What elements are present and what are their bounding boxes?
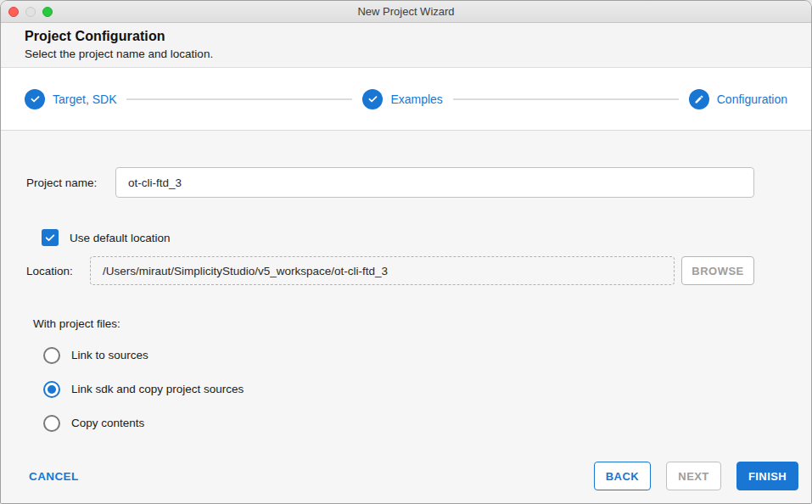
- step-examples[interactable]: Examples: [362, 89, 442, 109]
- radio-link-sdk-copy-sources[interactable]: Link sdk and copy project sources: [43, 380, 754, 398]
- wizard-content: Project name: ot-cli-ftd_3 Use default l…: [1, 131, 811, 456]
- step-target-sdk[interactable]: Target, SDK: [25, 89, 116, 109]
- radio-icon[interactable]: [43, 347, 60, 364]
- check-icon: [362, 89, 383, 109]
- step-label: Target, SDK: [53, 92, 116, 106]
- location-row: Location: /Users/miraut/SimplicityStudio…: [26, 256, 754, 285]
- step-label: Examples: [390, 92, 442, 106]
- radio-link-to-sources[interactable]: Link to sources: [43, 346, 754, 364]
- radio-label: Link to sources: [71, 349, 148, 361]
- page-subtitle: Select the project name and location.: [25, 48, 787, 60]
- wizard-stepper: Target, SDK Examples Configuration: [1, 68, 811, 131]
- cancel-button[interactable]: CANCEL: [29, 462, 79, 490]
- pencil-icon: [689, 89, 709, 109]
- location-value: /Users/miraut/SimplicityStudio/v5_worksp…: [103, 265, 388, 277]
- new-project-wizard-window: New Project Wizard Project Configuration…: [0, 0, 812, 504]
- titlebar: New Project Wizard: [1, 1, 811, 23]
- minimize-button-icon: [25, 7, 36, 17]
- radio-label: Copy contents: [71, 417, 144, 429]
- location-label: Location:: [26, 265, 90, 277]
- radio-icon[interactable]: [43, 415, 60, 432]
- finish-button[interactable]: FINISH: [736, 462, 798, 490]
- stepper-connector: [126, 98, 352, 100]
- with-project-files-group: With project files: Link to sources Link…: [26, 317, 754, 432]
- check-icon: [25, 89, 45, 109]
- window-title: New Project Wizard: [357, 5, 454, 18]
- project-name-row: Project name: ot-cli-ftd_3: [26, 167, 754, 198]
- browse-button: BROWSE: [681, 256, 754, 285]
- traffic-lights: [8, 7, 53, 17]
- project-name-input[interactable]: ot-cli-ftd_3: [115, 167, 754, 198]
- zoom-button-icon[interactable]: [42, 7, 53, 17]
- use-default-location-row: Use default location: [42, 229, 754, 246]
- step-label: Configuration: [717, 92, 787, 106]
- next-button: NEXT: [666, 462, 721, 490]
- wizard-header: Project Configuration Select the project…: [1, 23, 811, 68]
- wizard-footer: CANCEL BACK NEXT FINISH: [1, 456, 811, 503]
- use-default-location-label: Use default location: [70, 232, 171, 244]
- stepper-connector: [453, 98, 679, 100]
- radio-copy-contents[interactable]: Copy contents: [43, 414, 754, 432]
- close-button-icon[interactable]: [8, 7, 19, 17]
- project-name-value: ot-cli-ftd_3: [128, 176, 182, 189]
- page-title: Project Configuration: [25, 29, 787, 44]
- project-name-label: Project name:: [26, 176, 115, 189]
- use-default-location-checkbox[interactable]: [42, 229, 59, 246]
- with-project-files-label: With project files:: [33, 317, 754, 330]
- radio-label: Link sdk and copy project sources: [71, 383, 244, 395]
- radio-selected-icon[interactable]: [43, 381, 60, 398]
- location-input: /Users/miraut/SimplicityStudio/v5_worksp…: [90, 256, 675, 285]
- back-button[interactable]: BACK: [594, 462, 651, 490]
- step-configuration[interactable]: Configuration: [689, 89, 787, 109]
